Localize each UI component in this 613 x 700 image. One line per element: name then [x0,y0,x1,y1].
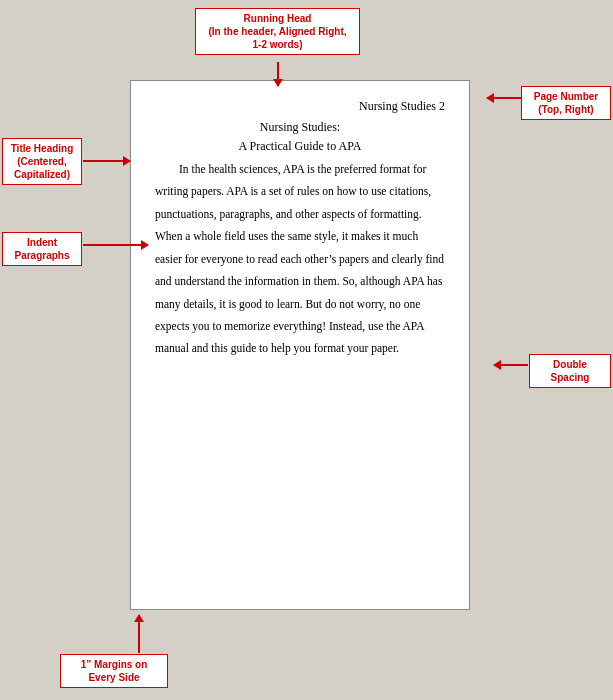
document-page: Nursing Studies 2 Nursing Studies: A Pra… [130,80,470,610]
header-text: Nursing Studies 2 [359,99,445,114]
page-header: Nursing Studies 2 [155,99,445,114]
page-content: Nursing Studies 2 Nursing Studies: A Pra… [131,81,469,609]
running-head-arrow [277,62,279,86]
margins-label: 1” Margins onEvery Side [60,654,168,688]
body-text: In the health sciences, APA is the prefe… [155,158,445,360]
subtitle-line: A Practical Guide to APA [155,139,445,154]
double-spacing-arrow [494,364,528,366]
title-line: Nursing Studies: [155,120,445,135]
body-paragraph: In the health sciences, APA is the prefe… [155,158,445,360]
page-number-label: Page Number(Top, Right) [521,86,611,120]
title-heading-arrow [83,160,130,162]
running-head-label: Running Head(In the header, Aligned Righ… [195,8,360,55]
indent-label: IndentParagraphs [2,232,82,266]
title-heading-label: Title Heading(Centered,Capitalized) [2,138,82,185]
page-number-arrow [487,97,521,99]
title-text: Nursing Studies: [260,120,340,134]
double-spacing-label: DoubleSpacing [529,354,611,388]
subtitle-text: A Practical Guide to APA [239,139,362,153]
indent-arrow [83,244,148,246]
margins-arrow [138,615,140,653]
